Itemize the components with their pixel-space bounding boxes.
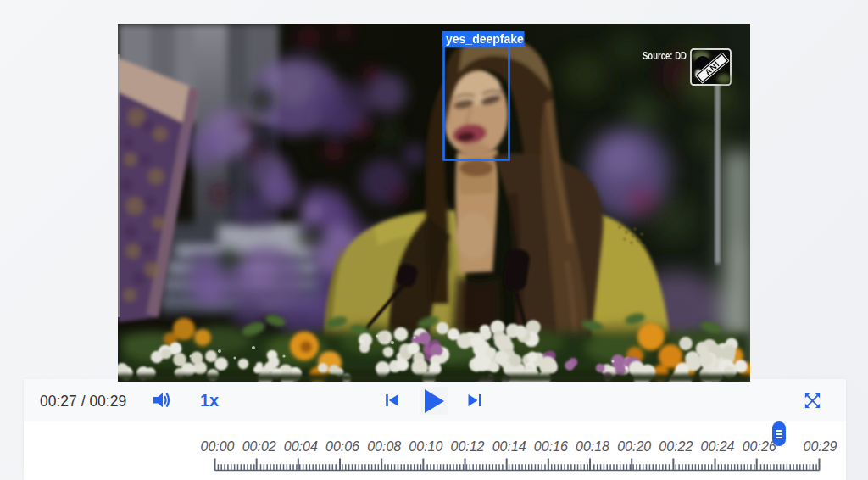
svg-text:yes_deepfake: yes_deepfake	[446, 32, 524, 46]
svg-text:Source: DD: Source: DD	[643, 49, 687, 62]
